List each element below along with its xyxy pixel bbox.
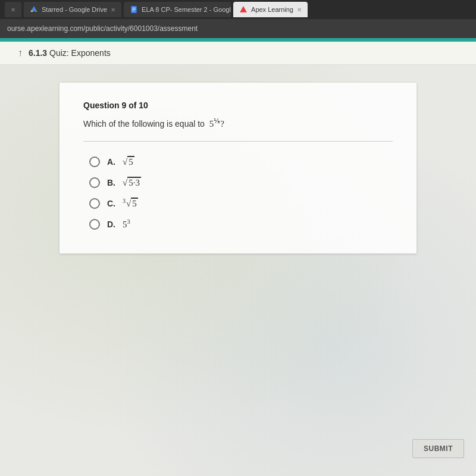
address-text: ourse.apexlearning.com/public/activity/6… <box>7 24 198 33</box>
option-d-letter: D. <box>107 220 115 229</box>
tab-google-drive[interactable]: Starred - Google Drive ✕ <box>24 2 121 17</box>
submit-button[interactable]: SUBMIT <box>412 439 464 458</box>
tab-apex-label: Apex Learning <box>251 6 293 13</box>
page-content: ↑ 6.1.3 Quiz: Exponents Question 9 of 10… <box>0 42 476 476</box>
tab-close-icon[interactable]: ✕ <box>11 7 15 13</box>
svg-marker-4 <box>240 6 247 12</box>
radio-d[interactable] <box>89 219 100 230</box>
exponent-3: 3 <box>127 218 130 225</box>
option-b-value: √5·3 <box>123 177 141 188</box>
option-a[interactable]: A. √5 <box>89 156 393 167</box>
tab-drive-close[interactable]: ✕ <box>111 7 115 13</box>
radio-b[interactable] <box>89 177 100 188</box>
svg-rect-3 <box>132 11 134 11</box>
cube-root-index: 3 <box>123 198 126 204</box>
quiz-title: 6.1.3 Quiz: Exponents <box>29 48 111 58</box>
question-card: Question 9 of 10 Which of the following … <box>60 83 416 253</box>
option-c-value: 3√5 <box>123 198 138 209</box>
option-d[interactable]: D. 53 <box>89 218 393 230</box>
divider <box>83 141 393 142</box>
browser-tab-bar: ✕ Starred - Google Drive ✕ ELA 8 CP- Sem… <box>0 0 476 19</box>
address-bar[interactable]: ourse.apexlearning.com/public/activity/6… <box>0 19 476 38</box>
quiz-section: 6.1.3 <box>29 48 47 58</box>
quiz-header: ↑ 6.1.3 Quiz: Exponents <box>0 42 476 65</box>
back-icon[interactable]: ↑ <box>18 48 23 58</box>
question-text: Which of the following is equal to 5⅓? <box>83 117 393 129</box>
option-c[interactable]: C. 3√5 <box>89 198 393 209</box>
tab-apex[interactable]: Apex Learning ✕ <box>233 2 308 17</box>
sqrt-5: 5 <box>127 156 134 167</box>
option-c-letter: C. <box>107 199 115 208</box>
tab-apex-close[interactable]: ✕ <box>297 7 302 13</box>
question-number: Question 9 of 10 <box>83 101 393 110</box>
question-math-expr: 5⅓? <box>209 119 224 129</box>
option-d-value: 53 <box>123 218 130 230</box>
tab-new[interactable]: ✕ <box>5 2 21 17</box>
option-a-value: √5 <box>123 156 134 167</box>
options-list: A. √5 B. √5·3 C. 3√5 <box>83 156 393 230</box>
tab-ela-label: ELA 8 CP- Semester 2 - Google <box>142 6 231 13</box>
quiz-type: Quiz: <box>49 48 69 58</box>
svg-rect-1 <box>132 8 136 8</box>
quiz-topic: Exponents <box>71 48 111 58</box>
cbrt-5: 5 <box>131 198 138 209</box>
tab-ela[interactable]: ELA 8 CP- Semester 2 - Google ✕ <box>124 2 231 17</box>
tab-drive-label: Starred - Google Drive <box>42 6 107 13</box>
option-b-letter: B. <box>107 178 115 187</box>
svg-rect-2 <box>132 9 136 10</box>
sqrt-5-3: 5·3 <box>127 177 141 188</box>
radio-a[interactable] <box>89 156 100 167</box>
radio-c[interactable] <box>89 198 100 209</box>
option-b[interactable]: B. √5·3 <box>89 177 393 188</box>
option-a-letter: A. <box>107 157 115 167</box>
